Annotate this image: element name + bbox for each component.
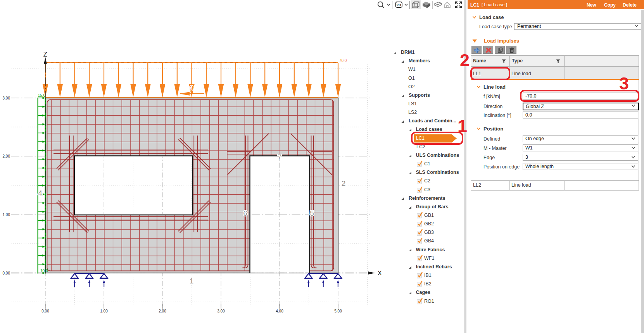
svg-text:0.00: 0.00 (3, 271, 10, 275)
svg-text:5.00: 5.00 (334, 309, 342, 313)
svg-text:15.0: 15.0 (38, 93, 46, 98)
svg-text:4.00: 4.00 (276, 309, 283, 313)
svg-text:6: 6 (243, 209, 247, 217)
svg-text:0.00: 0.00 (41, 309, 49, 313)
svg-text:3: 3 (190, 84, 193, 92)
svg-text:3.00: 3.00 (217, 309, 225, 313)
svg-text:-70.0: -70.0 (338, 58, 347, 63)
svg-text:4: 4 (38, 189, 42, 197)
svg-text:7: 7 (278, 153, 282, 161)
svg-text:2: 2 (342, 179, 346, 187)
svg-text:1.00: 1.00 (100, 309, 108, 313)
svg-text:X: X (378, 269, 382, 277)
svg-text:10.0: 10.0 (40, 269, 48, 273)
svg-text:2D: 2D (397, 3, 401, 7)
svg-text:1.00: 1.00 (3, 213, 10, 217)
svg-text:1: 1 (190, 277, 194, 285)
svg-text:2.00: 2.00 (3, 154, 10, 158)
svg-text:Z: Z (43, 51, 47, 58)
svg-text:5: 5 (310, 209, 314, 217)
svg-text:2.00: 2.00 (159, 309, 166, 313)
svg-text:3.00: 3.00 (3, 96, 10, 100)
